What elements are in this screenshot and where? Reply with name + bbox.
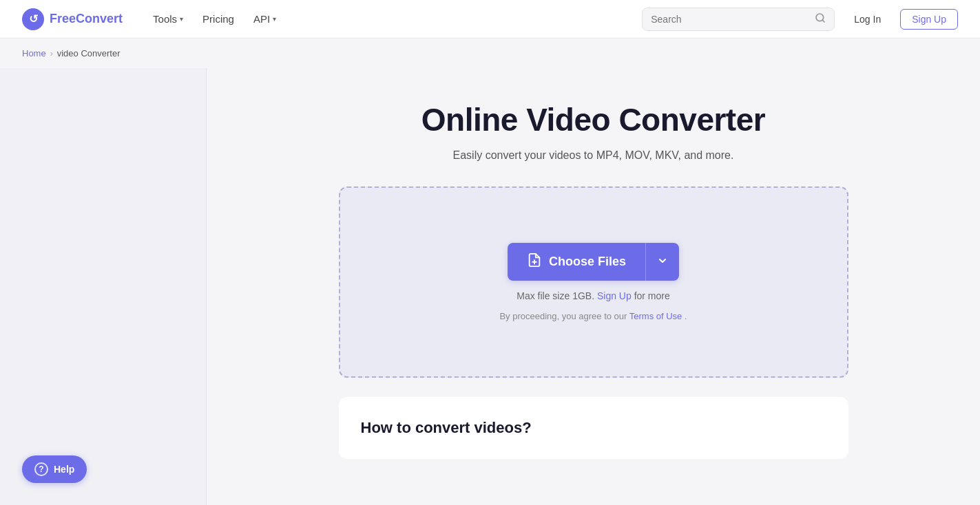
help-label: Help xyxy=(54,464,74,475)
breadcrumb: Home › video Converter xyxy=(0,39,980,68)
how-to-title: How to convert videos? xyxy=(361,419,826,437)
logo-icon: ↺ xyxy=(22,8,44,30)
search-input[interactable] xyxy=(651,14,809,25)
main-nav: Tools ▾ Pricing API ▾ xyxy=(145,8,642,30)
help-icon: ? xyxy=(34,462,48,476)
terms-link[interactable]: Terms of Use xyxy=(629,311,682,321)
svg-line-1 xyxy=(822,20,824,22)
api-chevron-icon: ▾ xyxy=(273,15,276,23)
nav-item-api[interactable]: API ▾ xyxy=(245,8,284,30)
how-to-card: How to convert videos? xyxy=(339,397,848,459)
file-icon xyxy=(527,252,542,271)
choose-files-button-group: Choose Files xyxy=(508,243,679,281)
signup-link[interactable]: Sign Up xyxy=(597,290,632,301)
nav-item-tools[interactable]: Tools ▾ xyxy=(145,8,191,30)
choose-files-dropdown-button[interactable] xyxy=(646,243,679,281)
signup-button[interactable]: Sign Up xyxy=(900,9,958,30)
file-size-note: Max file size 1GB. Sign Up for more xyxy=(517,290,670,301)
page-title: Online Video Converter xyxy=(229,101,958,138)
breadcrumb-separator: › xyxy=(50,49,53,58)
breadcrumb-current: video Converter xyxy=(57,48,121,58)
logo-text: FreeConvert xyxy=(50,12,123,26)
nav-item-pricing[interactable]: Pricing xyxy=(194,8,242,30)
login-button[interactable]: Log In xyxy=(846,10,889,29)
header: ↺ FreeConvert Tools ▾ Pricing API ▾ Log … xyxy=(0,0,980,39)
sidebar xyxy=(0,68,207,505)
breadcrumb-home[interactable]: Home xyxy=(22,48,46,58)
choose-files-label: Choose Files xyxy=(549,255,626,269)
search-icon xyxy=(815,12,826,26)
search-box[interactable] xyxy=(642,8,835,31)
main-content: Online Video Converter Easily convert yo… xyxy=(207,68,980,505)
dropdown-chevron-icon xyxy=(657,255,668,269)
tools-chevron-icon: ▾ xyxy=(180,15,183,23)
page-layout: Online Video Converter Easily convert yo… xyxy=(0,68,980,505)
logo[interactable]: ↺ FreeConvert xyxy=(22,8,123,30)
help-button[interactable]: ? Help xyxy=(22,455,87,483)
choose-files-button[interactable]: Choose Files xyxy=(508,243,646,281)
drop-zone[interactable]: Choose Files Max file size 1GB. Sign Up … xyxy=(339,186,848,378)
page-subtitle: Easily convert your videos to MP4, MOV, … xyxy=(229,149,958,162)
header-right: Log In Sign Up xyxy=(642,8,958,31)
terms-note: By proceeding, you agree to our Terms of… xyxy=(499,311,687,321)
